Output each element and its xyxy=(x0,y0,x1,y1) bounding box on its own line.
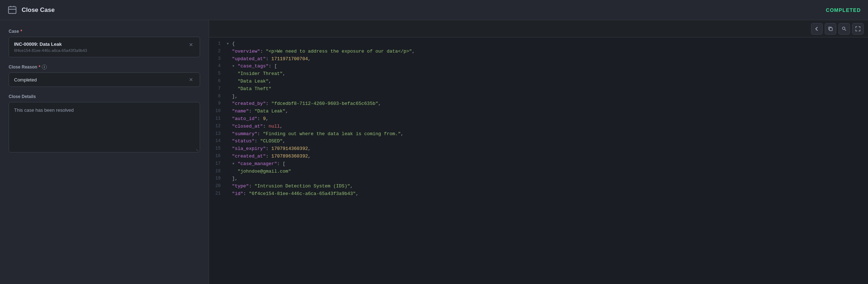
page-title: Close Case xyxy=(22,6,55,14)
app-header: Close Case COMPLETED xyxy=(0,0,868,20)
main-layout: Case * INC-00009: Data Leak 6f4ce154-81e… xyxy=(0,20,868,284)
close-reason-select[interactable]: Completed ✕ xyxy=(9,72,200,87)
code-line: 11 "auto_id": 9, xyxy=(209,115,868,123)
code-editor-panel: 1 ▾ { 2 "overview": "<p>We need to addre… xyxy=(209,20,868,284)
code-line: 6 "Data Leak", xyxy=(209,78,868,85)
code-line: 3 "updated_at": 1711971700704, xyxy=(209,56,868,63)
svg-point-2 xyxy=(842,27,845,30)
close-reason-field-group: Close Reason * i Completed ✕ xyxy=(9,65,200,87)
code-line: 7 "Data Theft" xyxy=(209,85,868,93)
case-label: Case * xyxy=(9,29,200,34)
code-line: 12 "closed_at": null, xyxy=(209,123,868,130)
case-name: INC-00009: Data Leak xyxy=(14,41,87,47)
svg-rect-0 xyxy=(9,6,16,13)
required-indicator-2: * xyxy=(39,65,40,70)
case-icon xyxy=(7,5,17,15)
code-line: 18 "johndoe@gmail.com" xyxy=(209,168,868,176)
code-line: 4 ▾ "case_tags": [ xyxy=(209,63,868,70)
code-line: 19 ], xyxy=(209,175,868,183)
copy-button[interactable] xyxy=(825,23,836,35)
case-id: 6f4ce154-81ee-446c-a6ca-65a43f3a9b43 xyxy=(14,48,87,53)
close-details-textarea[interactable]: This case has been resolved xyxy=(9,102,200,152)
status-badge: COMPLETED xyxy=(826,7,861,13)
code-line: 16 "created_at": 1707896360392, xyxy=(209,153,868,160)
code-line: 2 "overview": "<p>We need to address the… xyxy=(209,48,868,56)
code-line: 8 ], xyxy=(209,93,868,101)
required-indicator: * xyxy=(21,29,22,34)
code-line: 21 "id": "6f4ce154-81ee-446c-a6ca-65a43f… xyxy=(209,190,868,198)
resize-handle: ⤡ xyxy=(196,148,199,152)
close-details-wrapper: This case has been resolved ⤡ xyxy=(9,102,200,154)
header-left: Close Case xyxy=(7,5,55,15)
svg-line-3 xyxy=(845,29,846,31)
code-area[interactable]: 1 ▾ { 2 "overview": "<p>We need to addre… xyxy=(209,37,868,284)
code-line: 13 "summary": "Finding out where the dat… xyxy=(209,130,868,138)
back-button[interactable] xyxy=(811,23,823,35)
case-card-content: INC-00009: Data Leak 6f4ce154-81ee-446c-… xyxy=(14,41,87,53)
code-line: 10 "name": "Data Leak", xyxy=(209,108,868,115)
code-line: 9 "created_by": "fdcedbf8-7112-4260-9603… xyxy=(209,100,868,108)
code-line: 1 ▾ { xyxy=(209,40,868,48)
code-line: 14 "status": "CLOSED", xyxy=(209,138,868,145)
search-button[interactable] xyxy=(838,23,850,35)
code-line: 15 "sla_expiry": 1707914360392, xyxy=(209,145,868,153)
left-panel: Case * INC-00009: Data Leak 6f4ce154-81e… xyxy=(0,20,209,284)
close-details-label: Close Details xyxy=(9,94,200,99)
expand-button[interactable] xyxy=(852,23,864,35)
case-card[interactable]: INC-00009: Data Leak 6f4ce154-81ee-446c-… xyxy=(9,37,200,57)
case-field-group: Case * INC-00009: Data Leak 6f4ce154-81e… xyxy=(9,29,200,57)
svg-rect-1 xyxy=(829,28,832,31)
close-reason-label: Close Reason * i xyxy=(9,65,200,70)
info-icon[interactable]: i xyxy=(42,65,47,70)
close-reason-value: Completed xyxy=(14,77,37,83)
code-line: 20 "type": "Intrusion Detection System (… xyxy=(209,183,868,190)
code-line: 5 "Insider Threat", xyxy=(209,70,868,78)
editor-toolbar xyxy=(209,20,868,37)
close-details-field-group: Close Details This case has been resolve… xyxy=(9,94,200,154)
code-line: 17 ▾ "case_manager": [ xyxy=(209,160,868,168)
close-reason-clear-button[interactable]: ✕ xyxy=(187,76,195,83)
case-clear-button[interactable]: ✕ xyxy=(187,41,195,48)
